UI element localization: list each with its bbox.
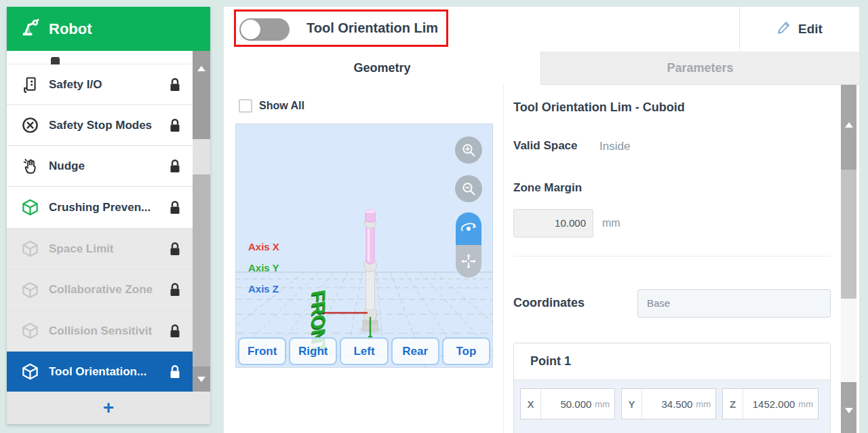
3d-viewport[interactable]: Axis X Axis Y Axis Z FRONT [235, 124, 493, 368]
details-scrollbar [841, 85, 856, 433]
point-1-header: Point 1 [514, 343, 830, 380]
sidebar-item-label: Crushing Preven... [49, 201, 168, 214]
sidebar-title: Robot [49, 20, 92, 38]
robot-icon [19, 18, 41, 41]
point-1-y-field[interactable]: Y 34.500 mm [621, 388, 716, 419]
cube-icon-grey [20, 322, 39, 341]
scroll-up-button[interactable] [841, 85, 856, 170]
geometry-content: Show All [224, 85, 859, 433]
sidebar-item-label: Safety I/O [49, 78, 168, 92]
sidebar-item-tool-orientation[interactable]: Tool Orientation... [7, 352, 193, 392]
z-unit: mm [797, 389, 818, 419]
lock-icon [168, 324, 182, 339]
point-1-fields: X 50.000 mm Y 34.500 mm Z 1452.000 mm [514, 380, 830, 433]
edit-button[interactable]: Edit [740, 7, 859, 52]
tool-orientation-toggle[interactable] [239, 18, 290, 41]
edit-label: Edit [798, 22, 823, 37]
sidebar-item-collision-sensitivity[interactable]: Collision Sensitivit [7, 311, 193, 352]
zone-margin-input[interactable]: 10.000 [513, 209, 593, 238]
scroll-up-button[interactable] [193, 51, 210, 139]
view-buttons-row: Front Right Left Rear Top [238, 337, 490, 365]
stop-mode-icon [20, 116, 39, 135]
sidebar-item-label: Collaborative Zone [49, 283, 168, 297]
lock-icon [168, 159, 182, 174]
view-rear-button[interactable]: Rear [391, 337, 439, 365]
view-nav-pill [456, 212, 481, 278]
hand-icon [20, 157, 39, 176]
sidebar-header: Robot [7, 7, 210, 51]
scrollbar-thumb[interactable] [841, 170, 856, 299]
valid-space-label: Valid Space [513, 139, 578, 153]
scroll-down-button[interactable] [841, 382, 856, 433]
tab-bar: Geometry Parameters [224, 52, 859, 85]
lock-icon [168, 282, 182, 297]
point-1-z-field[interactable]: Z 1452.000 mm [722, 388, 818, 419]
partial-icon [51, 57, 60, 64]
view-top-button[interactable]: Top [442, 337, 490, 365]
sidebar-item-partial[interactable] [7, 51, 193, 64]
io-icon [20, 75, 39, 94]
scrollbar-track[interactable] [841, 299, 856, 382]
point-1-card: Point 1 X 50.000 mm Y 34.500 mm Z 1452.0… [513, 343, 831, 433]
tab-parameters[interactable]: Parameters [540, 52, 859, 85]
view-front-button[interactable]: Front [238, 337, 286, 365]
sidebar-item-crushing-prevention[interactable]: Crushing Preven... [7, 187, 193, 229]
lock-icon [168, 118, 182, 133]
y-axis-label: Y [622, 389, 642, 419]
pan-mode-button[interactable] [456, 245, 481, 278]
section-divider [513, 256, 831, 257]
zoom-in-button[interactable] [455, 136, 482, 164]
sidebar-item-collaborative-zone[interactable]: Collaborative Zone [7, 269, 193, 311]
lock-icon [168, 77, 182, 92]
sidebar-item-safety-stop-modes[interactable]: Safety Stop Modes [7, 105, 193, 146]
valid-space-value: Inside [599, 140, 630, 153]
axis-y-legend: Axis Y [248, 262, 279, 274]
toggle-knob [241, 20, 260, 39]
cube-icon-green [20, 198, 39, 217]
sidebar-item-list: Safety I/O Safety Stop Modes [7, 51, 193, 392]
rotate-mode-button[interactable] [456, 212, 481, 245]
y-unit: mm [694, 389, 715, 419]
point-1-title: Point 1 [530, 354, 571, 369]
sidebar-item-label: Nudge [49, 159, 168, 173]
scrollbar-track[interactable] [193, 139, 210, 174]
sidebar-item-label: Space Limit [49, 242, 168, 256]
sidebar-item-label: Tool Orientation... [49, 365, 168, 379]
sidebar-item-nudge[interactable]: Nudge [7, 146, 193, 187]
content-divider [503, 85, 504, 433]
y-value: 34.500 [642, 389, 694, 419]
z-value: 1452.000 [743, 389, 797, 419]
lock-icon-white [168, 364, 182, 379]
add-zone-button[interactable]: + [7, 392, 210, 424]
zone-margin-label: Zone Margin [513, 181, 582, 195]
show-all-checkbox[interactable] [239, 99, 252, 113]
axis-z-legend: Axis Z [248, 283, 279, 295]
view-right-button[interactable]: Right [289, 337, 337, 365]
sidebar-item-label: Collision Sensitivit [49, 324, 168, 338]
details-title: Tool Orientation Lim - Cuboid [513, 100, 685, 115]
down-arrow-icon [197, 377, 205, 382]
sidebar-item-space-limit[interactable]: Space Limit [7, 229, 193, 269]
zoom-out-button[interactable] [455, 175, 482, 202]
scrollbar-thumb[interactable] [193, 174, 210, 366]
view-left-button[interactable]: Left [340, 337, 388, 365]
z-axis-label: Z [723, 389, 743, 419]
show-all-row: Show All [239, 99, 304, 113]
pencil-icon [776, 20, 792, 39]
cube-icon-grey [20, 240, 39, 259]
sidebar: Robot Safety I/O [7, 7, 210, 424]
x-unit: mm [593, 389, 614, 419]
axis-x-legend: Axis X [248, 241, 279, 252]
sidebar-item-safety-io[interactable]: Safety I/O [7, 64, 193, 105]
cube-icon-grey [20, 280, 39, 299]
toggle-label: Tool Orientation Lim [307, 20, 438, 36]
coordinates-label: Coordinates [513, 296, 585, 310]
sidebar-scrollbar [193, 51, 210, 392]
scroll-down-button[interactable] [193, 366, 210, 392]
point-1-x-field[interactable]: X 50.000 mm [520, 388, 615, 419]
show-all-label: Show All [259, 100, 304, 112]
coordinates-select[interactable]: Base [637, 289, 831, 318]
up-arrow-icon [197, 66, 205, 71]
tab-geometry[interactable]: Geometry [224, 52, 540, 85]
robot-settings-screen: Robot Safety I/O [0, 0, 868, 433]
